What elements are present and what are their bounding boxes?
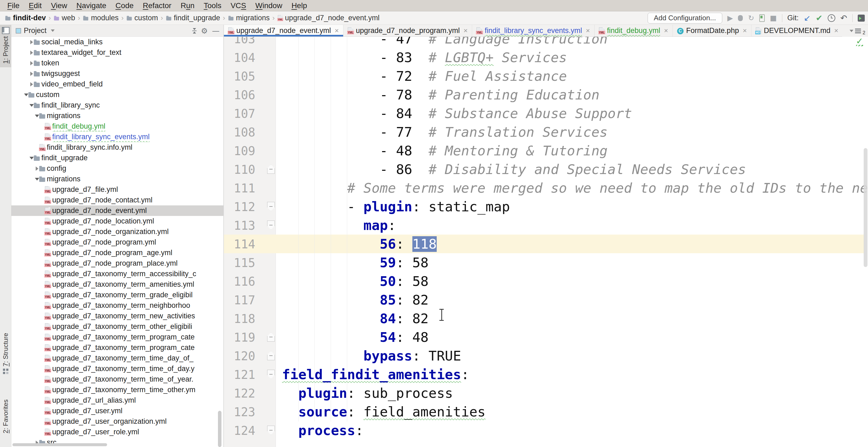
code-line[interactable]: 111 # Some terms were merged so we need … bbox=[224, 179, 868, 197]
menu-item-edit[interactable]: Edit bbox=[24, 1, 46, 10]
tree-item[interactable]: custom bbox=[11, 90, 223, 100]
chevron-collapsed-icon[interactable] bbox=[30, 72, 34, 76]
tree-item[interactable]: findit_upgrade bbox=[11, 153, 223, 163]
fold-marker-icon[interactable] bbox=[267, 165, 275, 174]
tree-item[interactable]: migrations bbox=[11, 174, 223, 184]
tree-item[interactable]: social_media_links bbox=[11, 37, 223, 47]
code-line[interactable]: 120 bypass: TRUE bbox=[224, 347, 868, 365]
breadcrumb-item[interactable]: migrations bbox=[228, 14, 270, 22]
close-icon[interactable]: × bbox=[834, 27, 838, 35]
restart-icon[interactable]: ↻ bbox=[748, 14, 754, 22]
line-number[interactable]: 103 bbox=[224, 37, 255, 49]
editor-tab[interactable]: CFormatDate.php× bbox=[673, 25, 751, 36]
tree-item[interactable]: YMLfindit_library_sync.info.yml bbox=[11, 142, 223, 153]
fold-marker-icon[interactable] bbox=[267, 202, 275, 211]
chevron-expanded-icon[interactable] bbox=[35, 178, 39, 181]
attach-debugger-icon[interactable] bbox=[759, 14, 765, 22]
fold-marker-icon[interactable] bbox=[267, 370, 275, 379]
tree-item[interactable]: YMLupgrade_d7_taxonomy_term_other_eligib… bbox=[11, 321, 223, 332]
code-line[interactable]: 112 - plugin: static_map bbox=[224, 197, 868, 216]
close-icon[interactable]: × bbox=[463, 27, 468, 35]
debug-icon[interactable] bbox=[738, 15, 743, 21]
line-number[interactable]: 117 bbox=[224, 291, 255, 310]
close-icon[interactable]: × bbox=[586, 27, 590, 35]
code-line[interactable]: 110 - 86 # Disability and Special Needs … bbox=[224, 160, 868, 179]
tree-item[interactable]: YMLupgrade_d7_node_organization.yml bbox=[11, 226, 223, 237]
editor-tab[interactable]: YMLupgrade_d7_node_program.yml× bbox=[343, 25, 472, 36]
line-number[interactable]: 104 bbox=[224, 49, 255, 67]
line-number[interactable]: 110 bbox=[224, 160, 255, 179]
run-icon[interactable]: ▶ bbox=[727, 14, 733, 22]
code-line[interactable]: 108 - 77 # Translation Services bbox=[224, 123, 868, 141]
line-number[interactable]: 118 bbox=[224, 310, 255, 328]
tree-item[interactable]: YMLupgrade_d7_taxonomy_term_amenities.ym… bbox=[11, 279, 223, 290]
tree-item[interactable]: config bbox=[11, 163, 223, 174]
project-panel-title[interactable]: Project bbox=[24, 27, 46, 35]
chevron-collapsed-icon[interactable] bbox=[35, 166, 39, 171]
editor-tab[interactable]: MDDEVELOPMENT.md× bbox=[751, 25, 843, 36]
line-number[interactable]: 119 bbox=[224, 328, 255, 347]
chevron-down-icon[interactable] bbox=[51, 29, 55, 32]
stripe-item-favorites[interactable]: 2: Favorites bbox=[0, 400, 11, 433]
line-number[interactable]: 113 bbox=[224, 216, 255, 235]
line-number[interactable]: 121 bbox=[224, 365, 255, 384]
git-history-icon[interactable] bbox=[828, 14, 835, 22]
close-icon[interactable]: × bbox=[743, 27, 747, 35]
line-number[interactable]: 123 bbox=[224, 403, 255, 421]
menu-item-window[interactable]: Window bbox=[251, 1, 287, 10]
tree-horizontal-scrollbar[interactable] bbox=[12, 443, 107, 446]
line-number[interactable]: 112 bbox=[224, 197, 255, 216]
chevron-collapsed-icon[interactable] bbox=[30, 40, 34, 44]
line-number[interactable]: 124 bbox=[224, 421, 255, 440]
stop-icon[interactable]: ■ bbox=[770, 14, 777, 22]
tree-item[interactable]: YMLupgrade_d7_taxonomy_term_time_of_day.… bbox=[11, 363, 223, 374]
tree-item[interactable]: YMLupgrade_d7_node_program_place.yml bbox=[11, 258, 223, 268]
editor-scrollbar[interactable] bbox=[864, 148, 867, 267]
tree-item[interactable]: textarea_widget_for_text bbox=[11, 47, 223, 58]
line-number[interactable]: 109 bbox=[224, 141, 255, 160]
terminal-icon[interactable] bbox=[858, 14, 865, 22]
editor-tab[interactable]: YMLfindit_debug.yml× bbox=[595, 25, 673, 36]
tree-item[interactable]: YMLupgrade_d7_user_role.yml bbox=[11, 427, 223, 437]
chevron-expanded-icon[interactable] bbox=[30, 104, 34, 107]
tree-item[interactable]: YMLupgrade_d7_node_program.yml bbox=[11, 237, 223, 248]
code-line[interactable]: 124 process: bbox=[224, 421, 868, 440]
code-line[interactable]: 119 54: 48 bbox=[224, 328, 868, 347]
tree-item[interactable]: YMLupgrade_d7_taxonomy_term_time_day_of_ bbox=[11, 353, 223, 363]
chevron-collapsed-icon[interactable] bbox=[30, 61, 34, 65]
menu-item-view[interactable]: View bbox=[46, 1, 72, 10]
add-configuration-button[interactable]: Add Configuration... bbox=[648, 13, 722, 24]
stripe-item-structure[interactable]: 7: Structure bbox=[0, 333, 11, 374]
tree-item[interactable]: twigsuggest bbox=[11, 68, 223, 79]
menu-item-navigate[interactable]: Navigate bbox=[72, 1, 111, 10]
collapse-all-icon[interactable] bbox=[192, 28, 196, 34]
menu-item-help[interactable]: Help bbox=[287, 1, 312, 10]
editor-tab[interactable]: YMLupgrade_d7_node_event.yml× bbox=[224, 25, 343, 36]
editor-tab[interactable]: YMLfindit_library_sync_events.yml× bbox=[472, 25, 594, 36]
tree-item[interactable]: YMLupgrade_d7_taxonomy_term_time_of_year… bbox=[11, 374, 223, 385]
code-line[interactable]: 106 - 78 # Parenting Education bbox=[224, 86, 868, 104]
code-line[interactable]: 121field_findit_amenities: bbox=[224, 365, 868, 384]
tree-item[interactable]: YMLupgrade_d7_taxonomy_term_time_other.y… bbox=[11, 385, 223, 395]
menu-item-code[interactable]: Code bbox=[111, 1, 138, 10]
code-line[interactable]: 109 - 48 # Mentoring & Tutoring bbox=[224, 141, 868, 160]
breadcrumb-item[interactable]: YMLupgrade_d7_node_event.yml bbox=[277, 14, 380, 22]
tree-item[interactable]: YMLupgrade_d7_taxonomy_term_new_activiti… bbox=[11, 311, 223, 321]
tree-item[interactable]: YMLupgrade_d7_node_contact.yml bbox=[11, 195, 223, 205]
menu-item-refactor[interactable]: Refactor bbox=[138, 1, 176, 10]
code-line[interactable]: 116 50: 58 bbox=[224, 272, 868, 291]
chevron-expanded-icon[interactable] bbox=[35, 115, 39, 117]
code-line[interactable]: 115 59: 58 bbox=[224, 254, 868, 272]
line-number[interactable]: 120 bbox=[224, 347, 255, 365]
code-line[interactable]: 122 plugin: sub_process bbox=[224, 384, 868, 403]
line-number[interactable]: 115 bbox=[224, 254, 255, 272]
tree-item[interactable]: YMLupgrade_d7_node_program_age.yml bbox=[11, 248, 223, 258]
chevron-expanded-icon[interactable] bbox=[24, 94, 28, 96]
tree-item[interactable]: YMLupgrade_d7_taxonomy_term_program_cate bbox=[11, 343, 223, 353]
breadcrumb-item[interactable]: findit-dev bbox=[5, 14, 46, 22]
line-number[interactable]: 111 bbox=[224, 179, 255, 197]
fold-marker-icon[interactable] bbox=[267, 351, 275, 360]
tree-item[interactable]: YMLupgrade_d7_taxonomy_term_neighborhoo bbox=[11, 300, 223, 311]
breadcrumb-item[interactable]: findit_upgrade bbox=[166, 14, 220, 22]
tree-item[interactable]: YMLfindit_library_sync_events.yml bbox=[11, 132, 223, 142]
